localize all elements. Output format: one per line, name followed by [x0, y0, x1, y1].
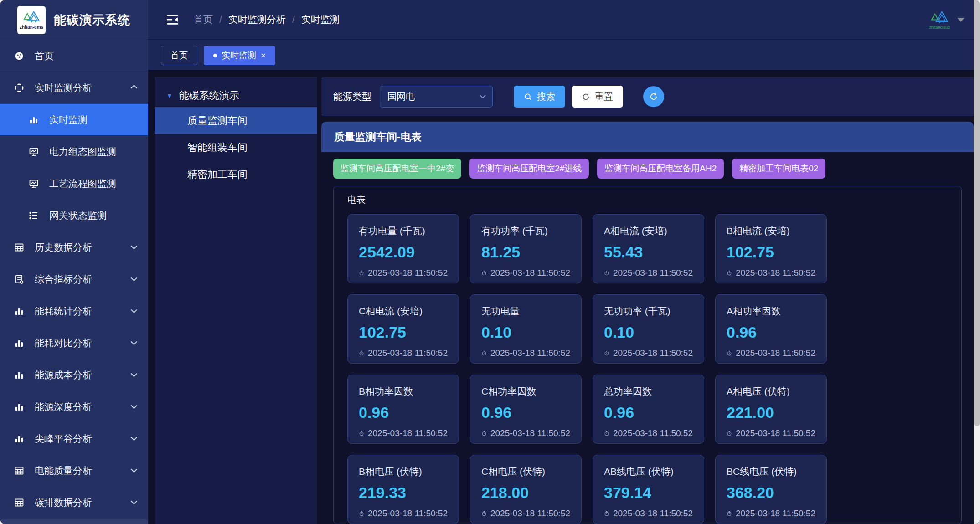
metric-card: A相功率因数 0.96 2025-03-18 11:50:52	[715, 294, 827, 364]
metric-card: 有功功率 (千瓦) 81.25 2025-03-18 11:50:52	[470, 214, 582, 283]
metric-time: 2025-03-18 11:50:52	[481, 428, 570, 438]
meter-tag-label: 精密加工车间电表02	[739, 163, 818, 175]
user-avatar[interactable]: zhitancloud	[929, 10, 950, 30]
meter-tag[interactable]: 监测车间高压配电室2#进线	[469, 159, 589, 179]
metric-label: C相电流 (安培)	[359, 305, 448, 318]
tab-close-icon[interactable]: ×	[261, 51, 266, 60]
energy-type-select[interactable]: 国网电	[380, 86, 493, 108]
metric-value: 0.96	[727, 324, 815, 341]
search-button[interactable]: 搜索	[514, 86, 565, 108]
tab-bar: 首页 实时监测 ×	[148, 40, 980, 71]
metric-card: AB线电压 (伏特) 379.14 2025-03-18 11:50:52	[593, 455, 704, 524]
metric-timestamp: 2025-03-18 11:50:52	[490, 509, 570, 519]
device-tree-panel: ▼ 能碳系统演示 质量监测车间 智能组装车间 精密加工车间	[155, 77, 317, 524]
vertical-scrollbar[interactable]	[974, 0, 980, 524]
meter-tag-label: 监测车间高压配电室一中2#变	[340, 163, 454, 175]
sidebar-item-energy-compare[interactable]: 能耗对比分析	[0, 327, 148, 359]
sidebar-item-power-quality[interactable]: 电能质量分析	[0, 455, 148, 487]
sidebar-subitem-gateway-status[interactable]: 网关状态监测	[0, 200, 148, 231]
metric-timestamp: 2025-03-18 11:50:52	[613, 268, 693, 278]
meter-tag[interactable]: 精密加工车间电表02	[732, 159, 825, 179]
sidebar: zhitan-ems 能碳演示系统 首页 实时监测分析	[0, 0, 148, 524]
sidebar-item-home[interactable]: 首页	[0, 40, 148, 72]
metric-value: 2542.09	[359, 243, 448, 261]
meter-tag[interactable]: 监测车间高压配电室备用AH2	[597, 159, 724, 179]
sidebar-item-label: 历史数据分析	[35, 241, 122, 254]
active-dot-icon	[213, 54, 217, 57]
metric-value: 379.14	[604, 484, 693, 502]
refresh-button[interactable]	[643, 86, 664, 107]
search-button-label: 搜索	[537, 91, 555, 103]
sidebar-group-label: 实时监测分析	[35, 82, 122, 94]
breadcrumb-realtime-monitor[interactable]: 实时监测	[301, 13, 340, 26]
fold-icon	[165, 12, 180, 27]
sidebar-item-energy-depth[interactable]: 能源深度分析	[0, 391, 148, 423]
trees-logo-icon	[929, 10, 949, 26]
chevron-down-icon	[131, 243, 137, 249]
sidebar-item-energy-cost[interactable]: 能源成本分析	[0, 359, 148, 391]
metric-label: B相电压 (伏特)	[359, 465, 448, 478]
metric-value: 0.96	[604, 404, 693, 421]
metric-time: 2025-03-18 11:50:52	[481, 509, 570, 519]
metric-card: A相电压 (伏特) 221.00 2025-03-18 11:50:52	[715, 375, 827, 444]
breadcrumb-home[interactable]: 首页	[194, 13, 213, 26]
user-dropdown-caret-icon[interactable]	[957, 18, 965, 22]
reset-button[interactable]: 重置	[572, 86, 623, 108]
monitor-icon	[28, 178, 39, 189]
chevron-down-icon	[131, 275, 137, 281]
metric-timestamp: 2025-03-18 11:50:52	[613, 428, 693, 438]
sidebar-group-realtime[interactable]: 实时监测分析	[0, 72, 148, 104]
metric-card: C相功率因数 0.96 2025-03-18 11:50:52	[470, 375, 582, 444]
metric-timestamp: 2025-03-18 11:50:52	[613, 509, 693, 519]
sidebar-subitem-label: 实时监测	[49, 113, 88, 126]
meter-tag-label: 监测车间高压配电室备用AH2	[604, 163, 717, 175]
tree-root-node[interactable]: ▼ 能碳系统演示	[155, 84, 317, 107]
metric-value: 218.00	[481, 484, 570, 502]
metric-value: 368.20	[727, 484, 815, 502]
metric-time: 2025-03-18 11:50:52	[359, 509, 448, 519]
tab-label: 首页	[170, 50, 188, 62]
sidebar-item-peak-valley[interactable]: 尖峰平谷分析	[0, 423, 148, 455]
metric-timestamp: 2025-03-18 11:50:52	[368, 509, 448, 519]
metric-timestamp: 2025-03-18 11:50:52	[613, 348, 693, 358]
content-area: ▼ 能碳系统演示 质量监测车间 智能组装车间 精密加工车间 能源类型	[148, 71, 980, 524]
sidebar-item-carbon-data[interactable]: 碳排数据分析	[0, 487, 148, 519]
metric-timestamp: 2025-03-18 11:50:52	[736, 509, 815, 519]
sidebar-subitem-realtime-monitor[interactable]: 实时监测	[0, 104, 148, 136]
tab-realtime-monitor[interactable]: 实时监测 ×	[204, 46, 275, 65]
metric-time: 2025-03-18 11:50:52	[604, 509, 693, 519]
sidebar-item-composite-index[interactable]: 综合指标分析	[0, 263, 148, 295]
chevron-down-icon	[131, 498, 137, 504]
stopwatch-icon	[481, 269, 487, 277]
bar-chart-icon	[14, 433, 25, 444]
breadcrumb-realtime-analysis[interactable]: 实时监测分析	[228, 13, 286, 26]
tab-home[interactable]: 首页	[161, 46, 197, 65]
energy-type-label: 能源类型	[333, 90, 371, 103]
filter-bar: 能源类型 国网电 搜索 重置	[321, 77, 974, 116]
sidebar-item-energy-stats[interactable]: 能耗统计分析	[0, 295, 148, 327]
tree-node-precision-workshop[interactable]: 精密加工车间	[155, 161, 317, 188]
tree-node-assembly-workshop[interactable]: 智能组装车间	[155, 134, 317, 161]
sidebar-subitem-power-scada[interactable]: 电力组态图监测	[0, 136, 148, 168]
meter-tags-row: 监测车间高压配电室一中2#变 监测车间高压配电室2#进线 监测车间高压配电室备用…	[333, 159, 962, 179]
reset-button-label: 重置	[595, 91, 613, 103]
tree-node-quality-workshop[interactable]: 质量监测车间	[155, 107, 317, 134]
metric-card: A相电流 (安培) 55.43 2025-03-18 11:50:52	[593, 214, 704, 283]
metric-time: 2025-03-18 11:50:52	[727, 428, 815, 438]
metric-value: 221.00	[727, 404, 815, 421]
stopwatch-icon	[727, 269, 732, 277]
breadcrumb-separator: /	[292, 14, 295, 25]
table-icon	[14, 465, 25, 476]
metric-label: 总功率因数	[604, 385, 693, 398]
meter-tag[interactable]: 监测车间高压配电室一中2#变	[333, 159, 461, 179]
tree-node-label: 质量监测车间	[187, 114, 248, 128]
sidebar-subitem-label: 网关状态监测	[49, 209, 107, 222]
metric-time: 2025-03-18 11:50:52	[727, 268, 815, 278]
tree-expand-caret-icon[interactable]: ▼	[166, 92, 173, 99]
sidebar-subitem-process-flow[interactable]: 工艺流程图监测	[0, 168, 148, 200]
scrollbar-thumb[interactable]	[974, 0, 980, 426]
stopwatch-icon	[727, 349, 732, 357]
sidebar-item-history-data[interactable]: 历史数据分析	[0, 231, 148, 263]
metric-value: 81.25	[481, 243, 570, 261]
sidebar-fold-button[interactable]	[165, 12, 180, 27]
